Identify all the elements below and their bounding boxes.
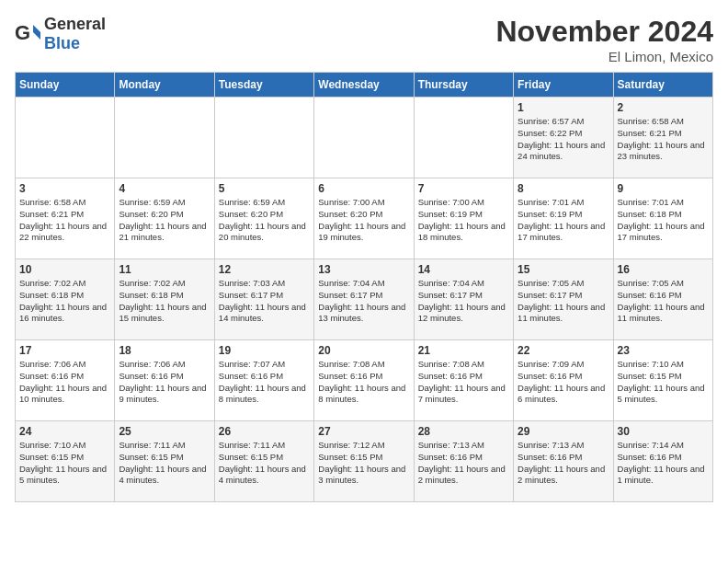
- cell-info: Sunrise: 6:59 AM Sunset: 6:20 PM Dayligh…: [119, 197, 210, 244]
- weekday-header-wednesday: Wednesday: [314, 73, 414, 98]
- calendar-cell: [16, 98, 115, 178]
- cell-info: Sunrise: 7:08 AM Sunset: 6:16 PM Dayligh…: [318, 359, 409, 406]
- cell-info: Sunrise: 7:10 AM Sunset: 6:15 PM Dayligh…: [19, 440, 110, 487]
- calendar-cell: [314, 98, 414, 178]
- logo-icon: G: [15, 21, 40, 47]
- cell-info: Sunrise: 7:13 AM Sunset: 6:16 PM Dayligh…: [418, 440, 509, 487]
- calendar-cell: 3Sunrise: 6:58 AM Sunset: 6:21 PM Daylig…: [16, 178, 115, 259]
- day-number: 21: [418, 344, 509, 357]
- day-number: 19: [219, 344, 310, 357]
- svg-text:G: G: [15, 21, 30, 44]
- calendar-cell: 11Sunrise: 7:02 AM Sunset: 6:18 PM Dayli…: [115, 259, 214, 340]
- cell-info: Sunrise: 7:14 AM Sunset: 6:16 PM Dayligh…: [618, 440, 709, 487]
- calendar-cell: 25Sunrise: 7:11 AM Sunset: 6:15 PM Dayli…: [115, 421, 214, 502]
- cell-info: Sunrise: 6:58 AM Sunset: 6:21 PM Dayligh…: [19, 197, 110, 244]
- day-number: 13: [318, 263, 409, 276]
- day-number: 29: [518, 425, 609, 438]
- day-number: 16: [618, 263, 709, 276]
- day-number: 3: [19, 182, 110, 195]
- cell-info: Sunrise: 7:04 AM Sunset: 6:17 PM Dayligh…: [418, 278, 509, 325]
- calendar-cell: 18Sunrise: 7:06 AM Sunset: 6:16 PM Dayli…: [115, 340, 214, 421]
- calendar-cell: 5Sunrise: 6:59 AM Sunset: 6:20 PM Daylig…: [214, 178, 313, 259]
- cell-info: Sunrise: 7:12 AM Sunset: 6:15 PM Dayligh…: [318, 440, 409, 487]
- day-number: 4: [119, 182, 210, 195]
- calendar-cell: 24Sunrise: 7:10 AM Sunset: 6:15 PM Dayli…: [16, 421, 115, 502]
- calendar-cell: 9Sunrise: 7:01 AM Sunset: 6:18 PM Daylig…: [613, 178, 712, 259]
- month-title: November 2024: [495, 15, 713, 49]
- logo-general: General: [44, 15, 106, 33]
- day-number: 18: [119, 344, 210, 357]
- svg-marker-2: [33, 32, 40, 40]
- calendar-cell: [414, 98, 513, 178]
- calendar-cell: 7Sunrise: 7:00 AM Sunset: 6:19 PM Daylig…: [414, 178, 513, 259]
- weekday-header-saturday: Saturday: [613, 73, 712, 98]
- cell-info: Sunrise: 7:08 AM Sunset: 6:16 PM Dayligh…: [418, 359, 509, 406]
- weekday-header-thursday: Thursday: [414, 73, 513, 98]
- calendar-cell: 6Sunrise: 7:00 AM Sunset: 6:20 PM Daylig…: [314, 178, 414, 259]
- cell-info: Sunrise: 7:06 AM Sunset: 6:16 PM Dayligh…: [119, 359, 210, 406]
- day-number: 30: [618, 425, 709, 438]
- calendar-cell: 1Sunrise: 6:57 AM Sunset: 6:22 PM Daylig…: [514, 98, 613, 178]
- weekday-header-friday: Friday: [514, 73, 613, 98]
- calendar-cell: 28Sunrise: 7:13 AM Sunset: 6:16 PM Dayli…: [414, 421, 513, 502]
- calendar-cell: 30Sunrise: 7:14 AM Sunset: 6:16 PM Dayli…: [613, 421, 712, 502]
- cell-info: Sunrise: 7:05 AM Sunset: 6:16 PM Dayligh…: [618, 278, 709, 325]
- calendar-cell: 14Sunrise: 7:04 AM Sunset: 6:17 PM Dayli…: [414, 259, 513, 340]
- day-number: 23: [618, 344, 709, 357]
- cell-info: Sunrise: 7:11 AM Sunset: 6:15 PM Dayligh…: [119, 440, 210, 487]
- calendar-cell: 13Sunrise: 7:04 AM Sunset: 6:17 PM Dayli…: [314, 259, 414, 340]
- cell-info: Sunrise: 6:59 AM Sunset: 6:20 PM Dayligh…: [219, 197, 310, 244]
- day-number: 27: [318, 425, 409, 438]
- cell-info: Sunrise: 7:06 AM Sunset: 6:16 PM Dayligh…: [19, 359, 110, 406]
- calendar-cell: 2Sunrise: 6:58 AM Sunset: 6:21 PM Daylig…: [613, 98, 712, 178]
- cell-info: Sunrise: 7:02 AM Sunset: 6:18 PM Dayligh…: [19, 278, 110, 325]
- day-number: 15: [518, 263, 609, 276]
- day-number: 10: [19, 263, 110, 276]
- cell-info: Sunrise: 6:57 AM Sunset: 6:22 PM Dayligh…: [518, 116, 609, 163]
- logo: G General Blue: [15, 15, 106, 53]
- calendar-cell: 22Sunrise: 7:09 AM Sunset: 6:16 PM Dayli…: [514, 340, 613, 421]
- cell-info: Sunrise: 7:04 AM Sunset: 6:17 PM Dayligh…: [318, 278, 409, 325]
- day-number: 8: [518, 182, 609, 195]
- calendar-cell: 19Sunrise: 7:07 AM Sunset: 6:16 PM Dayli…: [214, 340, 313, 421]
- calendar-cell: 21Sunrise: 7:08 AM Sunset: 6:16 PM Dayli…: [414, 340, 513, 421]
- calendar-cell: 4Sunrise: 6:59 AM Sunset: 6:20 PM Daylig…: [115, 178, 214, 259]
- weekday-header-sunday: Sunday: [16, 73, 115, 98]
- day-number: 2: [618, 101, 709, 114]
- calendar-table: SundayMondayTuesdayWednesdayThursdayFrid…: [15, 72, 713, 502]
- cell-info: Sunrise: 7:07 AM Sunset: 6:16 PM Dayligh…: [219, 359, 310, 406]
- cell-info: Sunrise: 7:01 AM Sunset: 6:18 PM Dayligh…: [618, 197, 709, 244]
- calendar-cell: 10Sunrise: 7:02 AM Sunset: 6:18 PM Dayli…: [16, 259, 115, 340]
- calendar-cell: 16Sunrise: 7:05 AM Sunset: 6:16 PM Dayli…: [613, 259, 712, 340]
- cell-info: Sunrise: 7:10 AM Sunset: 6:15 PM Dayligh…: [618, 359, 709, 406]
- day-number: 26: [219, 425, 310, 438]
- calendar-cell: 8Sunrise: 7:01 AM Sunset: 6:19 PM Daylig…: [514, 178, 613, 259]
- cell-info: Sunrise: 7:13 AM Sunset: 6:16 PM Dayligh…: [518, 440, 609, 487]
- calendar-cell: 29Sunrise: 7:13 AM Sunset: 6:16 PM Dayli…: [514, 421, 613, 502]
- calendar-cell: [115, 98, 214, 178]
- day-number: 7: [418, 182, 509, 195]
- day-number: 17: [19, 344, 110, 357]
- day-number: 9: [618, 182, 709, 195]
- weekday-header-monday: Monday: [115, 73, 214, 98]
- calendar-cell: 15Sunrise: 7:05 AM Sunset: 6:17 PM Dayli…: [514, 259, 613, 340]
- cell-info: Sunrise: 7:05 AM Sunset: 6:17 PM Dayligh…: [518, 278, 609, 325]
- cell-info: Sunrise: 7:03 AM Sunset: 6:17 PM Dayligh…: [219, 278, 310, 325]
- day-number: 11: [119, 263, 210, 276]
- calendar-cell: 12Sunrise: 7:03 AM Sunset: 6:17 PM Dayli…: [214, 259, 313, 340]
- cell-info: Sunrise: 7:00 AM Sunset: 6:20 PM Dayligh…: [318, 197, 409, 244]
- day-number: 20: [318, 344, 409, 357]
- svg-marker-1: [33, 25, 40, 32]
- calendar-cell: 26Sunrise: 7:11 AM Sunset: 6:15 PM Dayli…: [214, 421, 313, 502]
- calendar-cell: 17Sunrise: 7:06 AM Sunset: 6:16 PM Dayli…: [16, 340, 115, 421]
- cell-info: Sunrise: 7:11 AM Sunset: 6:15 PM Dayligh…: [219, 440, 310, 487]
- day-number: 25: [119, 425, 210, 438]
- header-area: G General Blue November 2024 El Limon, M…: [15, 15, 713, 64]
- day-number: 1: [518, 101, 609, 114]
- calendar-cell: 27Sunrise: 7:12 AM Sunset: 6:15 PM Dayli…: [314, 421, 414, 502]
- location-title: El Limon, Mexico: [495, 49, 713, 64]
- day-number: 14: [418, 263, 509, 276]
- title-area: November 2024 El Limon, Mexico: [495, 15, 713, 64]
- calendar-cell: 20Sunrise: 7:08 AM Sunset: 6:16 PM Dayli…: [314, 340, 414, 421]
- logo-blue: Blue: [44, 34, 80, 52]
